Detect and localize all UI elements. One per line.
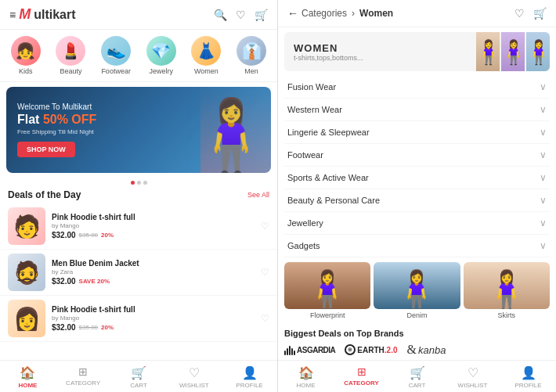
- women-label: Women: [194, 67, 218, 75]
- menu-icon[interactable]: ≡: [9, 9, 16, 21]
- cat-item-gadgets[interactable]: Gadgets ∨: [284, 235, 550, 257]
- deal-old-price-3: $35.00: [79, 324, 98, 331]
- right-profile-nav-icon: 👤: [521, 365, 536, 380]
- sidebar-item-jewelry[interactable]: 💎 Jewelry: [146, 36, 176, 75]
- sidebar-item-beauty[interactable]: 💄 Beauty: [56, 36, 85, 75]
- sidebar-item-kids[interactable]: 👧 Kids: [11, 36, 41, 75]
- cat-item-footwear[interactable]: Footwear ∨: [284, 144, 550, 167]
- nav-wishlist[interactable]: ♡ WISHLIST: [166, 365, 222, 389]
- right-bottom-nav: 🏠 HOME ⊞ CATEGORY 🛒 CART ♡ WISHLIST 👤 PR…: [278, 360, 556, 392]
- nav-category[interactable]: ⊞ CATEGORY: [56, 365, 111, 389]
- brand-earth[interactable]: ⊕ EARTH.2.0: [345, 344, 397, 355]
- deal-info-2: Men Blue Denim Jacket by Zara $32.00 SAV…: [52, 259, 255, 286]
- denim-label: Denim: [406, 311, 427, 319]
- men-avatar: 👔: [236, 36, 266, 66]
- heart-icon[interactable]: ♡: [233, 8, 247, 22]
- deal-save-2: SAVE 20%: [79, 278, 110, 285]
- cat-item-jewellery[interactable]: Jewellery ∨: [284, 212, 550, 235]
- nav-cart[interactable]: 🛒 CART: [111, 365, 167, 389]
- bar4: [291, 348, 293, 355]
- right-category-label: CATEGORY: [344, 379, 378, 387]
- brand-asgardia[interactable]: ASGARDIA: [284, 344, 335, 355]
- deal-brand-3: by Mango: [52, 315, 255, 322]
- cat-name-lingerie: Lingerie & Sleepwear: [287, 128, 370, 137]
- profile-label: PROFILE: [236, 382, 262, 389]
- chevron-down-icon: ∨: [540, 195, 547, 206]
- deal-item-2[interactable]: 🧔 Men Blue Denim Jacket by Zara $32.00 S…: [0, 250, 277, 296]
- brands-title: Biggest Deals on Top Brands: [284, 329, 550, 338]
- cart-icon[interactable]: 🛒: [254, 8, 268, 22]
- jewelry-avatar: 💎: [146, 36, 176, 66]
- wishlist-icon-1[interactable]: ♡: [261, 221, 269, 232]
- right-category-icon: ⊞: [357, 365, 366, 378]
- deal-name-2: Men Blue Denim Jacket: [52, 259, 255, 268]
- cat-item-sports[interactable]: Sports & Active Wear ∨: [284, 167, 550, 189]
- cat-item-lingerie[interactable]: Lingerie & Sleepwear ∨: [284, 121, 550, 144]
- logo-text: ultikart: [34, 8, 75, 22]
- logo[interactable]: ≡ Multikart: [9, 6, 76, 23]
- sidebar-item-men[interactable]: 👔 Men: [236, 36, 266, 75]
- deal-person-3: 👩: [13, 306, 41, 332]
- breadcrumb-categories: Categories: [301, 8, 347, 19]
- right-nav-category[interactable]: ⊞ CATEGORY: [334, 365, 389, 389]
- deal-price-2: $32.00: [52, 277, 76, 286]
- kids-label: Kids: [19, 67, 33, 75]
- cat-name-western-wear: Western Wear: [287, 105, 342, 114]
- earth-name: EARTH.2.0: [357, 346, 397, 354]
- wishlist-icon-2[interactable]: ♡: [261, 267, 269, 278]
- left-screen: ≡ Multikart 🔍 ♡ 🛒 👧 Kids 💄 Beauty: [0, 0, 278, 392]
- right-header: ← Categories › Women ♡ 🛒: [278, 0, 556, 27]
- categories-row: 👧 Kids 💄 Beauty 👟 Footwear 💎: [0, 30, 277, 82]
- right-cart-icon[interactable]: 🛒: [533, 6, 547, 20]
- nav-profile[interactable]: 👤 PROFILE: [222, 365, 277, 389]
- women-banner-title: WOMEN: [294, 42, 363, 54]
- back-button[interactable]: ← Categories › Women: [287, 7, 393, 20]
- bar5: [294, 351, 295, 355]
- product-denim[interactable]: 🧍‍♀️ Denim: [374, 262, 460, 319]
- asgardia-name: ASGARDIA: [297, 346, 335, 354]
- deal-prices-2: $32.00 SAVE 20%: [52, 277, 255, 286]
- left-header: ≡ Multikart 🔍 ♡ 🛒: [0, 0, 277, 30]
- beauty-label: Beauty: [60, 67, 81, 75]
- cat-item-fusion-wear[interactable]: Fusion Wear ∨: [284, 76, 550, 99]
- right-wishlist-icon[interactable]: ♡: [512, 6, 526, 20]
- category-icon: ⊞: [78, 365, 88, 378]
- right-header-icons: ♡ 🛒: [512, 6, 547, 20]
- sidebar-item-footwear[interactable]: 👟 Footwear: [101, 36, 131, 75]
- deal-thumb-2: 🧔: [8, 254, 45, 291]
- cat-item-beauty-personal[interactable]: Beauty & Personal Care ∨: [284, 189, 550, 212]
- see-all-button[interactable]: See All: [247, 191, 269, 199]
- category-label-nav: CATEGORY: [66, 379, 100, 387]
- promo-banner: 🧍‍♀️ Welcome To Multikart Flat 50% OFF F…: [6, 87, 271, 173]
- product-skirts[interactable]: 🧍‍♀️ Skirts: [464, 262, 550, 319]
- breadcrumb-separator: ›: [352, 8, 355, 19]
- right-nav-profile[interactable]: 👤 PROFILE: [500, 365, 556, 389]
- right-nav-wishlist[interactable]: ♡ WISHLIST: [445, 365, 500, 389]
- deal-price-3: $32.00: [52, 323, 76, 332]
- shop-now-button[interactable]: SHOP NOW: [17, 142, 75, 157]
- sidebar-item-women[interactable]: 👗 Women: [191, 36, 221, 75]
- bar1: [284, 351, 286, 355]
- search-icon[interactable]: 🔍: [213, 8, 227, 22]
- deal-info-3: Pink Hoodie t-shirt full by Mango $32.00…: [52, 305, 255, 332]
- banner-person: 🧍‍♀️: [200, 87, 271, 173]
- deal-item-1[interactable]: 🧑 Pink Hoodie t-shirt full by Mango $32.…: [0, 203, 277, 250]
- kids-avatar: 👧: [11, 36, 41, 66]
- right-nav-home[interactable]: 🏠 HOME: [278, 365, 334, 389]
- deal-item-3[interactable]: 👩 Pink Hoodie t-shirt full by Mango $32.…: [0, 296, 277, 342]
- brand-kanba[interactable]: & kanba: [406, 343, 446, 357]
- breadcrumb-current: Women: [359, 8, 393, 19]
- right-home-icon: 🏠: [298, 365, 314, 380]
- right-screen: ← Categories › Women ♡ 🛒 WOMEN t-shirts,…: [278, 0, 556, 392]
- right-wishlist-nav-icon: ♡: [468, 365, 478, 380]
- cat-item-western-wear[interactable]: Western Wear ∨: [284, 99, 550, 121]
- chevron-down-icon: ∨: [540, 218, 547, 228]
- right-nav-cart[interactable]: 🛒 CART: [389, 365, 445, 389]
- home-label: HOME: [18, 382, 37, 389]
- asgardia-bars-icon: [284, 344, 295, 355]
- nav-home[interactable]: 🏠 HOME: [0, 365, 56, 389]
- wishlist-icon-3[interactable]: ♡: [261, 313, 269, 324]
- women-img-1: 🧍‍♀️: [476, 32, 500, 71]
- product-flowerprint[interactable]: 🧍‍♀️ Flowerprint: [284, 262, 370, 319]
- jewelry-label: Jewelry: [150, 67, 174, 75]
